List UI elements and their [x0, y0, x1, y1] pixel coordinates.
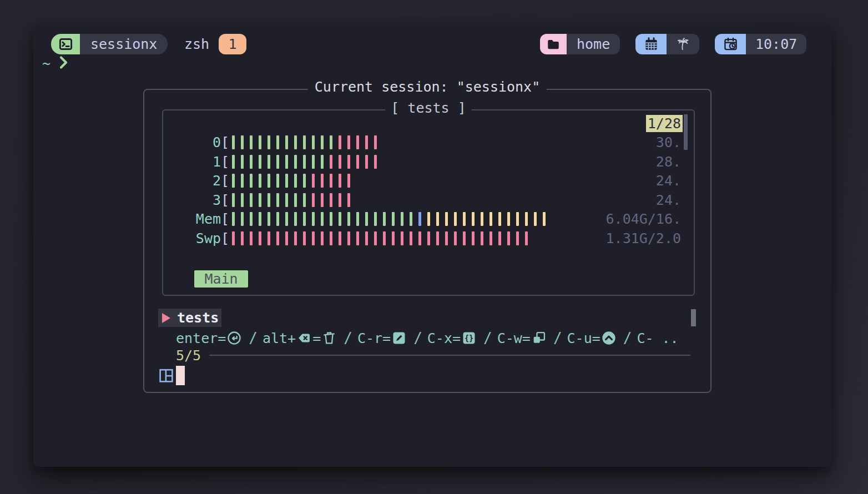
meter-bar [481, 231, 483, 245]
meter-bar [268, 212, 270, 226]
meter-value: 28. [656, 154, 694, 170]
help-hint-text: = [312, 330, 321, 346]
help-hint: C- .. [637, 330, 678, 346]
keybinding-help: enter=/alt+=/C-r=/C-x={}/C-w=/C-u=/C- .. [176, 329, 679, 347]
meter-bar [312, 193, 315, 207]
meter-bar [330, 212, 332, 226]
help-hint-text: C- .. [637, 330, 678, 346]
preview-pane: [ tests ] 1/280[30.1[28.2[24.3[24.Mem[6.… [162, 109, 695, 296]
meter-bar [285, 193, 288, 207]
meter-bar [294, 174, 297, 188]
meter-bar [321, 155, 324, 169]
meter-bar [312, 155, 315, 169]
meter-bar [285, 135, 288, 149]
meter-bracket: [ [221, 211, 229, 227]
return-icon [226, 330, 242, 346]
window-name[interactable]: zsh [184, 34, 209, 54]
meter-bar [321, 174, 324, 188]
prompt-cwd: ~ [42, 56, 51, 72]
meter-bar [436, 231, 439, 245]
meter-bar [312, 135, 315, 149]
meter-bar [401, 231, 403, 245]
meter-bar [374, 135, 377, 149]
meter-bars [232, 174, 356, 188]
meter-bar [339, 155, 341, 169]
meter-bar [365, 231, 368, 245]
meter-bar [232, 193, 235, 207]
meter-bar [347, 135, 350, 149]
meter-bar [481, 212, 483, 226]
tasks-value: 1/28 [646, 115, 683, 132]
meter-bar [534, 212, 537, 226]
windows-icon [531, 330, 547, 346]
meter-bar [285, 155, 288, 169]
meter-bar [347, 193, 350, 207]
clock-pill: 10:07 [715, 34, 806, 54]
meter-bar [303, 155, 306, 169]
meter-bar [232, 231, 235, 245]
meter-value: 24. [656, 192, 694, 208]
meter-bar [241, 155, 244, 169]
meter-bar [463, 212, 466, 226]
help-hint: C-w= [497, 330, 547, 346]
meter-bars [232, 154, 383, 169]
window-index-badge[interactable]: 1 [219, 34, 246, 54]
meter-bar [276, 135, 279, 149]
input-cursor[interactable] [176, 366, 185, 385]
meter-bar [365, 155, 368, 169]
match-counter: 5/5 [176, 347, 201, 364]
meter-bracket: [ [221, 154, 229, 170]
meter-bar [543, 212, 546, 226]
meter-bar [250, 193, 253, 207]
preview-scrollbar[interactable] [684, 114, 688, 150]
meter-bar [276, 212, 279, 226]
selected-session-row[interactable]: tests [158, 309, 221, 327]
layout-icon [158, 367, 174, 386]
meter-bar [268, 193, 270, 207]
meter-bar [445, 231, 448, 245]
meter-bar [392, 212, 395, 226]
meter-bar [347, 155, 350, 169]
meter-bar [285, 212, 288, 226]
meter-bar [356, 155, 359, 169]
meter-bar [241, 212, 244, 226]
meter-bar [516, 212, 519, 226]
meter-bar [250, 212, 253, 226]
meter-bar [339, 212, 341, 226]
htop-row: 2[24. [163, 172, 694, 191]
shell-prompt: ~ [42, 54, 69, 72]
meter-bar [489, 212, 492, 226]
htop-row: Swp[1.31G/2.0 [163, 229, 694, 248]
list-scrollbar[interactable] [691, 309, 696, 326]
meter-bar [250, 155, 253, 169]
sessionx-popup: Current session: "sessionx" [ tests ] 1/… [143, 89, 711, 393]
meter-bar [339, 174, 341, 188]
meter-bar [498, 212, 501, 226]
meter-bar [472, 212, 475, 226]
meter-bar [427, 231, 430, 245]
meter-bar [303, 193, 306, 207]
meter-bar [276, 231, 279, 245]
meter-bar [498, 231, 501, 245]
meter-bracket: [ [221, 173, 229, 189]
meter-bar [525, 231, 528, 245]
meter-bar [232, 155, 235, 169]
meter-bar [410, 212, 412, 226]
session-pill[interactable]: sessionx [51, 34, 168, 54]
meter-bar [454, 231, 457, 245]
meter-value: 1.31G/2.0 [606, 230, 694, 246]
window-tab-main[interactable]: Main [194, 270, 248, 288]
meter-bracket: [ [221, 230, 229, 246]
meter-bar [330, 193, 332, 207]
trash-icon [321, 330, 337, 346]
meter-bar [507, 212, 510, 226]
htop-row: 3[24. [163, 190, 694, 210]
help-hint-text: C-x= [427, 330, 461, 346]
meter-bar [250, 231, 253, 245]
meter-bar [303, 231, 306, 245]
help-hint-text: C-w= [497, 330, 531, 346]
meter-bar [250, 135, 253, 149]
meter-bar [401, 212, 403, 226]
help-hint-text: alt+ [263, 330, 296, 346]
meter-bar [241, 174, 244, 188]
